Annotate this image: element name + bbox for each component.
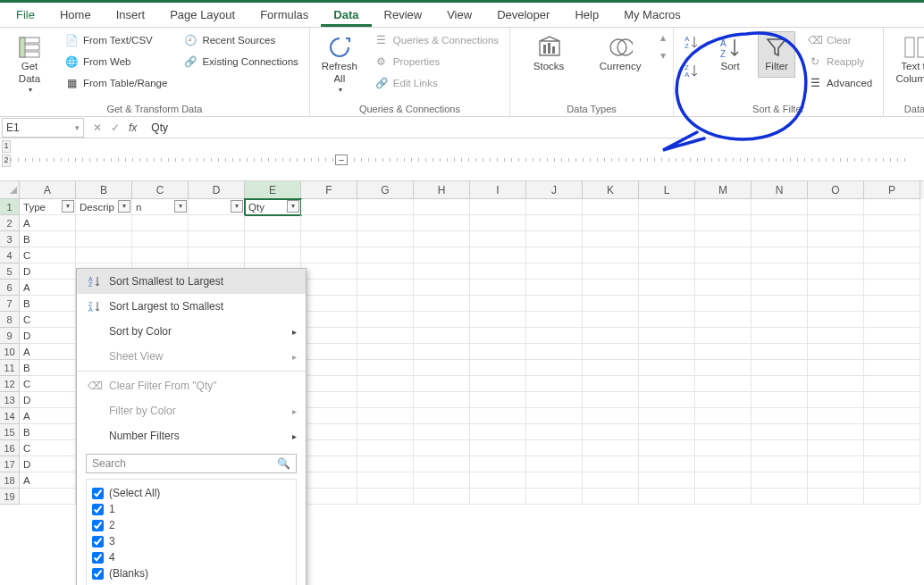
filter-check-item[interactable]: 4 — [92, 549, 290, 565]
cell[interactable]: D — [20, 456, 76, 472]
cell[interactable] — [470, 392, 526, 408]
cell[interactable] — [752, 360, 808, 376]
cell[interactable] — [583, 296, 639, 312]
cell[interactable] — [470, 456, 526, 472]
tab-developer[interactable]: Developer — [484, 4, 562, 27]
cell[interactable] — [639, 472, 695, 489]
currency-button[interactable]: Currency — [589, 31, 651, 78]
cell[interactable] — [808, 472, 864, 489]
cell[interactable] — [301, 344, 357, 360]
row-header[interactable]: 11 — [0, 360, 20, 376]
sort-button[interactable]: AZ Sort — [711, 31, 749, 78]
cell[interactable] — [470, 280, 526, 296]
recent-sources-button[interactable]: 🕘Recent Sources — [180, 31, 301, 49]
cell[interactable] — [808, 312, 864, 328]
cell[interactable] — [583, 215, 639, 231]
cell[interactable]: D — [20, 392, 76, 408]
cell[interactable] — [301, 312, 357, 328]
cell[interactable] — [752, 376, 808, 392]
cell[interactable] — [695, 440, 752, 456]
data-types-down[interactable]: ▾ — [660, 49, 666, 62]
sort-largest-smallest-item[interactable]: ZA Sort Largest to Smallest — [77, 294, 306, 319]
cell[interactable] — [357, 472, 414, 489]
cell[interactable] — [808, 247, 864, 263]
cell[interactable] — [695, 392, 752, 408]
cell[interactable] — [470, 199, 526, 215]
cell[interactable] — [20, 489, 76, 505]
advanced-button[interactable]: ☰Advanced — [804, 74, 876, 92]
cell[interactable] — [526, 231, 583, 247]
refresh-all-button[interactable]: RefreshAll ▾ — [317, 31, 362, 98]
column-header-N[interactable]: N — [752, 181, 808, 199]
row-header[interactable]: 5 — [0, 263, 20, 280]
tab-review[interactable]: Review — [372, 4, 435, 27]
cell[interactable] — [864, 215, 920, 231]
from-web-button[interactable]: 🌐From Web — [61, 53, 171, 71]
cell[interactable]: C — [20, 312, 76, 328]
tab-file[interactable]: File — [4, 4, 47, 27]
cell[interactable] — [132, 215, 189, 231]
cell[interactable] — [752, 328, 808, 344]
cell[interactable] — [357, 392, 414, 408]
cell[interactable]: D — [20, 263, 76, 280]
cell[interactable] — [864, 344, 920, 360]
cell[interactable] — [583, 199, 639, 215]
cell[interactable] — [864, 296, 920, 312]
cell[interactable] — [808, 199, 864, 215]
row-header[interactable]: 13 — [0, 392, 20, 408]
cell[interactable] — [245, 215, 301, 231]
column-header-H[interactable]: H — [414, 181, 470, 199]
cell[interactable] — [864, 392, 920, 408]
sort-by-color-item[interactable]: Sort by Color ▸ — [77, 319, 306, 344]
column-header-G[interactable]: G — [357, 181, 414, 199]
cell[interactable] — [583, 408, 639, 424]
filter-check-item[interactable]: (Select All) — [92, 485, 290, 501]
cell[interactable] — [470, 215, 526, 231]
cell[interactable] — [301, 280, 357, 296]
row-header[interactable]: 10 — [0, 344, 20, 360]
existing-connections-button[interactable]: 🔗Existing Connections — [180, 53, 301, 71]
tab-home[interactable]: Home — [47, 4, 104, 27]
filter-dropdown-button[interactable] — [174, 200, 187, 213]
column-header-B[interactable]: B — [76, 181, 132, 199]
cell[interactable] — [526, 360, 583, 376]
cell[interactable] — [695, 215, 752, 231]
cell[interactable] — [301, 408, 357, 424]
cell[interactable] — [414, 296, 470, 312]
cell[interactable]: A — [20, 280, 76, 296]
cell[interactable] — [526, 472, 583, 489]
cell[interactable] — [864, 440, 920, 456]
cell[interactable] — [808, 215, 864, 231]
cell[interactable] — [526, 328, 583, 344]
cell[interactable]: C — [20, 247, 76, 263]
cell[interactable] — [470, 344, 526, 360]
cell[interactable] — [639, 376, 695, 392]
cell[interactable] — [357, 296, 414, 312]
cell[interactable] — [639, 392, 695, 408]
filter-check-item[interactable]: (Blanks) — [92, 565, 290, 581]
cell[interactable]: Descrip — [76, 199, 132, 215]
confirm-formula-icon[interactable]: ✓ — [111, 121, 120, 134]
cell[interactable] — [526, 344, 583, 360]
cell[interactable] — [470, 328, 526, 344]
tab-view[interactable]: View — [434, 4, 484, 27]
cell[interactable] — [752, 199, 808, 215]
number-filters-item[interactable]: Number Filters ▸ — [77, 423, 306, 448]
cell[interactable] — [414, 472, 470, 489]
cell[interactable] — [639, 215, 695, 231]
filter-check-item[interactable]: 1 — [92, 501, 290, 517]
cell[interactable]: Qty — [245, 199, 301, 215]
filter-search-input[interactable]: Search 🔍 — [86, 454, 297, 473]
cell[interactable] — [357, 312, 414, 328]
cell[interactable] — [695, 280, 752, 296]
cell[interactable]: Type — [20, 199, 76, 215]
select-all-corner[interactable] — [0, 181, 20, 199]
cell[interactable] — [752, 392, 808, 408]
cell[interactable]: B — [20, 231, 76, 247]
cell[interactable] — [357, 247, 414, 263]
row-header[interactable]: 12 — [0, 376, 20, 392]
cell[interactable] — [864, 328, 920, 344]
cell[interactable] — [357, 263, 414, 280]
cell[interactable] — [526, 440, 583, 456]
cell[interactable] — [301, 440, 357, 456]
